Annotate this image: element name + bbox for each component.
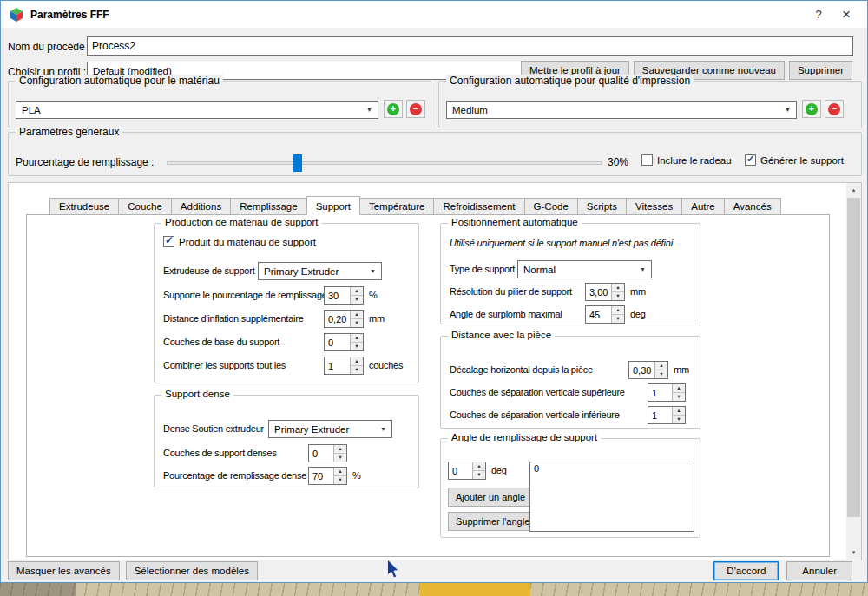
- remove-quality-button[interactable]: −: [825, 100, 844, 118]
- vertical-scrollbar[interactable]: ▲ ▼: [846, 183, 861, 560]
- generate-support-checkbox[interactable]: Générer le support: [745, 154, 844, 166]
- pillar-resolution-spinbox[interactable]: 3,00 ▲▼: [585, 283, 625, 301]
- spin-up-icon[interactable]: ▲: [673, 407, 685, 415]
- help-icon[interactable]: ?: [805, 8, 832, 21]
- support-extruder-select[interactable]: Primary Extruder ▼: [258, 262, 382, 280]
- support-type-value: Normal: [523, 265, 556, 275]
- spin-down-icon[interactable]: ▼: [351, 318, 363, 327]
- add-quality-button[interactable]: +: [802, 100, 821, 118]
- support-type-select[interactable]: Normal ▼: [517, 260, 652, 278]
- max-overhang-spinbox[interactable]: 45 ▲▼: [585, 305, 625, 324]
- spin-down-icon[interactable]: ▼: [351, 295, 363, 304]
- spin-up-icon[interactable]: ▲: [473, 462, 485, 470]
- tab-refroidissement[interactable]: Refroidissement: [433, 198, 524, 215]
- plus-icon: +: [806, 103, 818, 115]
- select-models-button[interactable]: Sélectionner des modèles: [126, 561, 258, 580]
- support-production-group-title: Production de matériau de support: [161, 217, 321, 227]
- spin-down-icon[interactable]: ▼: [612, 291, 624, 300]
- angle-spinbox[interactable]: 0 ▲▼: [448, 462, 486, 480]
- pillar-resolution-label: Résolution du pilier de support: [450, 286, 572, 298]
- hide-advanced-button[interactable]: Masquer les avancés: [8, 561, 120, 580]
- chevron-down-icon: ▼: [377, 426, 390, 432]
- spin-down-icon[interactable]: ▼: [673, 415, 685, 423]
- spin-up-icon[interactable]: ▲: [673, 384, 685, 392]
- lower-separation-spinbox[interactable]: 1 ▲▼: [648, 406, 686, 424]
- spin-down-icon[interactable]: ▼: [655, 370, 667, 378]
- dense-support-group-title: Support dense: [161, 389, 233, 399]
- dense-support-group: Support dense Dense Soutien extrudeur Pr…: [154, 395, 419, 488]
- scrollbar-thumb[interactable]: [847, 198, 860, 517]
- unit-label: mm: [630, 286, 646, 298]
- tab-support[interactable]: Support: [306, 196, 360, 215]
- upper-separation-spinbox[interactable]: 1 ▲▼: [648, 383, 686, 402]
- spin-up-icon[interactable]: ▲: [655, 362, 667, 370]
- app-icon: [10, 8, 23, 22]
- add-angle-button[interactable]: Ajouter un angle: [448, 488, 533, 507]
- add-material-button[interactable]: +: [384, 100, 403, 118]
- horizontal-offset-spinbox[interactable]: 0,30 ▲▼: [628, 361, 668, 379]
- spin-up-icon[interactable]: ▲: [334, 468, 346, 475]
- inflation-distance-label: Distance d'inflation supplémentaire: [163, 313, 304, 324]
- tab-couche[interactable]: Couche: [118, 198, 172, 215]
- spin-up-icon[interactable]: ▲: [351, 287, 363, 295]
- tab-vitesses[interactable]: Vitesses: [626, 198, 682, 215]
- cancel-button[interactable]: Annuler: [786, 561, 852, 580]
- tab-remplissage[interactable]: Remplissage: [230, 198, 306, 215]
- tab-avances[interactable]: Avancés: [724, 198, 781, 215]
- process-name-input[interactable]: [87, 36, 853, 56]
- spin-down-icon[interactable]: ▼: [351, 342, 363, 350]
- ok-button[interactable]: D'accord: [713, 561, 779, 580]
- auto-material-group: Configuration automatique pour le matéri…: [8, 81, 431, 128]
- spin-down-icon[interactable]: ▼: [673, 392, 685, 401]
- tab-autre[interactable]: Autre: [681, 198, 725, 215]
- spin-up-icon[interactable]: ▲: [612, 306, 624, 314]
- spin-up-icon[interactable]: ▲: [334, 445, 346, 453]
- chevron-down-icon: ▼: [636, 266, 649, 272]
- tab-temperature[interactable]: Température: [359, 198, 435, 215]
- quality-select[interactable]: Medium ▼: [446, 101, 797, 119]
- spin-up-icon[interactable]: ▲: [351, 334, 363, 342]
- tab-scripts[interactable]: Scripts: [577, 198, 627, 215]
- remove-material-button[interactable]: −: [406, 100, 425, 118]
- scroll-up-icon[interactable]: ▲: [846, 183, 861, 197]
- list-item[interactable]: 0: [530, 462, 694, 475]
- dense-layers-spinbox[interactable]: 0 ▲▼: [308, 444, 347, 462]
- spin-down-icon[interactable]: ▼: [351, 365, 363, 374]
- close-icon[interactable]: ×: [832, 6, 860, 23]
- spin-up-icon[interactable]: ▲: [351, 357, 363, 365]
- tab-additions[interactable]: Additions: [171, 198, 231, 215]
- spin-down-icon[interactable]: ▼: [612, 314, 624, 323]
- combine-supports-spinbox[interactable]: 1 ▲▼: [324, 357, 364, 375]
- support-angles-list[interactable]: 0: [529, 462, 694, 532]
- spin-down-icon[interactable]: ▼: [473, 470, 485, 479]
- include-raft-checkbox[interactable]: Inclure le radeau: [641, 154, 732, 166]
- slider-handle[interactable]: [293, 154, 302, 172]
- delete-profile-button[interactable]: Supprimer: [789, 61, 852, 80]
- chevron-down-icon: ▼: [781, 107, 794, 113]
- spin-up-icon[interactable]: ▲: [612, 284, 624, 291]
- dense-infill-spinbox[interactable]: 70 ▲▼: [308, 467, 347, 485]
- infill-slider[interactable]: [167, 154, 602, 172]
- dense-infill-label: Pourcentage de remplissage dense: [163, 470, 306, 481]
- spin-down-icon[interactable]: ▼: [334, 453, 346, 462]
- produce-support-material-checkbox[interactable]: Produit du matériau de support: [163, 236, 316, 247]
- support-infill-spinbox[interactable]: 30 ▲▼: [324, 286, 364, 305]
- process-name-label: Nom du procédé :: [8, 41, 90, 53]
- scroll-down-icon[interactable]: ▼: [846, 546, 861, 560]
- dense-extruder-select[interactable]: Primary Extruder ▼: [268, 420, 392, 438]
- automatic-placement-group: Positionnement automatique Utilisé uniqu…: [440, 223, 700, 324]
- tab-g-code[interactable]: G-Code: [524, 198, 578, 215]
- remove-angle-button[interactable]: Supprimer l'angle: [448, 512, 537, 531]
- tab-widget: ExtrudeuseCoucheAdditionsRemplissageSupp…: [26, 196, 833, 547]
- inflation-distance-spinbox[interactable]: 0,20 ▲▼: [324, 310, 364, 328]
- unit-label: deg: [491, 465, 507, 476]
- chevron-down-icon: ▼: [366, 268, 379, 274]
- material-select[interactable]: PLA ▼: [16, 101, 378, 119]
- spin-down-icon[interactable]: ▼: [334, 475, 346, 484]
- auto-material-group-title: Configuration automatique pour le matéri…: [16, 75, 223, 87]
- checkbox-label: Générer le support: [760, 155, 844, 166]
- title-bar[interactable]: Paramètres FFF ? ×: [1, 1, 867, 28]
- support-base-layers-spinbox[interactable]: 0 ▲▼: [324, 333, 364, 351]
- spin-up-icon[interactable]: ▲: [351, 311, 363, 318]
- tab-extrudeuse[interactable]: Extrudeuse: [49, 198, 119, 215]
